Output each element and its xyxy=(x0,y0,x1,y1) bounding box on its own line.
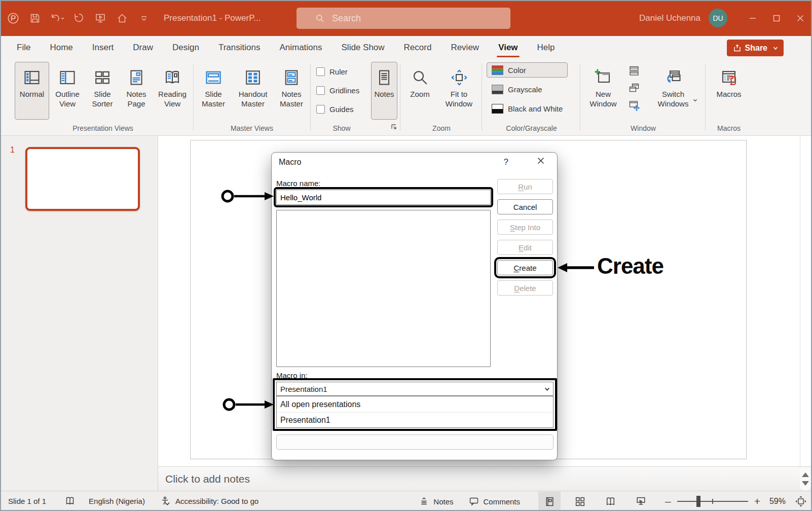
notes-toggle[interactable]: Notes xyxy=(419,496,453,507)
view-normal-icon xyxy=(544,496,556,507)
start-slideshow-icon[interactable] xyxy=(92,10,109,27)
tab-slide-show[interactable]: Slide Show xyxy=(332,36,394,59)
view-slide-sorter-button[interactable] xyxy=(569,492,591,511)
zoom-slider[interactable] xyxy=(677,501,748,502)
close-button[interactable] xyxy=(788,0,812,36)
run-button[interactable]: Run xyxy=(497,179,553,194)
tab-record[interactable]: Record xyxy=(394,36,441,59)
new-window-button[interactable]: New Window xyxy=(584,62,622,120)
notes-page-button[interactable]: Notes Page xyxy=(121,62,152,120)
zoom-out-button[interactable]: – xyxy=(665,495,671,507)
outline-view-button[interactable]: Outline View xyxy=(51,62,84,120)
slide-master-button[interactable]: Slide Master xyxy=(196,62,231,120)
macro-in-combobox[interactable]: Presentation1 xyxy=(276,382,553,396)
view-slideshow-button[interactable] xyxy=(630,492,652,511)
language-status[interactable]: English (Nigeria) xyxy=(89,497,145,505)
slide-sorter-button[interactable]: Slide Sorter xyxy=(86,62,119,120)
ribbon: Normal Outline View Slide Sorter xyxy=(0,59,812,136)
chevron-down-icon xyxy=(692,97,698,103)
step-into-button[interactable]: Step Into xyxy=(497,220,553,235)
share-icon xyxy=(733,44,742,52)
view-grid-icon xyxy=(574,496,586,507)
handout-master-icon xyxy=(243,66,263,89)
search-icon xyxy=(315,13,325,23)
group-label: Presentation Views xyxy=(13,124,193,132)
powerpoint-logo-icon[interactable] xyxy=(5,10,22,27)
undo-icon[interactable] xyxy=(48,10,65,27)
ruler-checkbox[interactable]: Ruler xyxy=(316,65,359,78)
tab-help[interactable]: Help xyxy=(528,36,565,59)
tab-review[interactable]: Review xyxy=(441,36,489,59)
color-button[interactable]: Color xyxy=(487,62,568,78)
gridlines-checkbox[interactable]: Gridlines xyxy=(316,84,359,97)
grayscale-button[interactable]: Grayscale xyxy=(487,82,568,97)
slide-info[interactable]: Slide 1 of 1 xyxy=(8,497,46,505)
tab-transitions[interactable]: Transitions xyxy=(209,36,270,59)
option-presentation1[interactable]: Presentation1 xyxy=(277,412,553,428)
maximize-button[interactable] xyxy=(764,0,788,36)
close-icon[interactable] xyxy=(537,157,545,166)
accessibility-status[interactable]: Accessibility: Good to go xyxy=(175,497,259,505)
zoom-slider-thumb[interactable] xyxy=(696,496,700,507)
spell-check-icon[interactable] xyxy=(64,496,76,507)
edit-button[interactable]: Edit xyxy=(497,240,553,255)
tab-draw[interactable]: Draw xyxy=(123,36,163,59)
tab-animations[interactable]: Animations xyxy=(270,36,331,59)
slide-1-thumbnail[interactable] xyxy=(25,147,140,211)
share-button[interactable]: Share xyxy=(727,40,784,56)
notes-master-button[interactable]: Notes Master xyxy=(275,62,308,120)
guides-checkbox[interactable]: Guides xyxy=(316,102,359,116)
zoom-button[interactable]: Zoom xyxy=(403,62,437,120)
zoom-in-button[interactable]: + xyxy=(754,495,760,507)
save-icon[interactable] xyxy=(26,10,44,27)
arrange-all-icon[interactable] xyxy=(626,64,642,78)
status-bar: Slide 1 of 1 English (Nigeria) Accessibi… xyxy=(0,491,812,511)
next-slide-button[interactable] xyxy=(802,481,809,486)
view-normal-button[interactable] xyxy=(538,492,561,511)
zoom-level[interactable]: 59% xyxy=(769,497,786,506)
help-icon[interactable]: ? xyxy=(504,157,508,167)
macro-name-input[interactable] xyxy=(276,190,491,205)
checkbox-box xyxy=(316,86,325,95)
fit-to-window-button[interactable]: Fit to Window xyxy=(438,62,480,120)
handout-master-button[interactable]: Handout Master xyxy=(233,62,273,120)
fit-slide-to-window-icon[interactable] xyxy=(795,495,807,507)
black-and-white-button[interactable]: Black and White xyxy=(487,101,568,116)
cancel-button[interactable]: Cancel xyxy=(497,199,553,214)
previous-slide-button[interactable] xyxy=(802,472,809,477)
home-icon[interactable] xyxy=(114,10,131,27)
redo-icon[interactable] xyxy=(70,10,87,27)
user-name[interactable]: Daniel Uchenna xyxy=(639,13,700,23)
search-input[interactable]: Search xyxy=(297,8,510,29)
vertical-scrollbar[interactable] xyxy=(800,136,800,466)
reading-view-button[interactable]: Reading View xyxy=(154,62,191,120)
tab-home[interactable]: Home xyxy=(40,36,82,59)
macro-name-label: Macro name: xyxy=(276,179,321,188)
reading-view-icon xyxy=(162,66,182,89)
normal-view-button[interactable]: Normal xyxy=(15,62,49,120)
tab-view[interactable]: View xyxy=(489,36,527,59)
comments-icon xyxy=(468,496,479,507)
tab-insert[interactable]: Insert xyxy=(83,36,124,59)
switch-windows-button[interactable]: Switch Windows xyxy=(647,62,699,120)
minimize-button[interactable] xyxy=(741,0,764,36)
notes-pane[interactable]: Click to add notes xyxy=(158,466,812,491)
notes-toggle-button[interactable]: Notes xyxy=(371,62,397,120)
avatar[interactable]: DU xyxy=(709,9,727,27)
move-split-icon[interactable] xyxy=(626,98,642,112)
delete-button[interactable]: Delete xyxy=(497,280,553,296)
group-label: Macros xyxy=(706,124,752,132)
tab-design[interactable]: Design xyxy=(163,36,209,59)
show-dialog-launcher-icon[interactable] xyxy=(390,123,397,132)
quick-access-toolbar-chevron-icon[interactable] xyxy=(135,10,153,27)
window-title: Presentation1 - PowerP... xyxy=(164,13,261,23)
comments-toggle[interactable]: Comments xyxy=(468,496,520,507)
option-all-open-presentations[interactable]: All open presentations xyxy=(277,396,553,412)
search-placeholder: Search xyxy=(332,13,361,24)
create-button[interactable]: Create xyxy=(497,260,553,275)
cascade-icon[interactable] xyxy=(626,81,642,95)
macro-listbox[interactable] xyxy=(276,210,491,367)
tab-file[interactable]: File xyxy=(7,36,40,59)
view-reading-button[interactable] xyxy=(599,492,621,511)
macros-button[interactable]: Macros xyxy=(713,62,745,120)
